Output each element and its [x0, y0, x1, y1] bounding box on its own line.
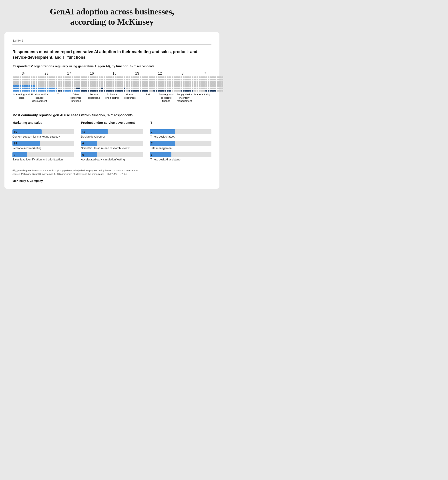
main-card: Exhibit 3 Respondents most often report …: [4, 32, 220, 188]
dot-col-label-wrap-supply_chain: Supply chain/ inventory management: [175, 93, 193, 103]
dot-grid-strategy: [194, 77, 217, 92]
bar-row-0-2: 8: [13, 152, 74, 157]
dot-col-label-wrap-product: Product and/or service development: [30, 93, 49, 103]
bar-value-2-1: 7: [151, 141, 153, 145]
bar-bg-0-1: 15: [13, 141, 74, 146]
bar-row-0-1: 15: [13, 141, 74, 146]
use-case-item-2-1: 7Data management: [150, 141, 211, 150]
dot-col-service_ops: 16: [103, 71, 126, 92]
dot-grid-service_ops: [103, 77, 126, 92]
page-title: GenAI adoption across businesses, accord…: [50, 7, 174, 27]
bar-bg-0-0: 16: [13, 129, 74, 134]
divider: [13, 44, 211, 45]
bar-value-0-2: 8: [14, 153, 15, 156]
dot-grid-software_eng: [126, 77, 149, 92]
use-case-item-1-0: 10Design development: [81, 129, 143, 138]
use-case-desc-0-2: Sales lead identification and prioritiza…: [13, 158, 74, 161]
dot-col-label-wrap-risk: Risk: [139, 93, 157, 103]
dot-col-other_corp: 16: [80, 71, 103, 92]
bar-value-1-1: 6: [82, 141, 84, 145]
brand-label: McKinsey & Company: [13, 179, 211, 183]
dot-col-software_eng: 13: [126, 71, 149, 92]
use-case-desc-2-2: IT help desk AI assistant¹: [150, 158, 211, 161]
use-case-item-2-0: 7IT help desk chatbot: [150, 129, 211, 138]
dot-col-label-it: IT: [56, 93, 59, 103]
dot-col-label-wrap-human_res: Human resources: [121, 93, 139, 103]
subtitle: Respondents most often report generative…: [13, 49, 204, 60]
bar-row-1-0: 10: [81, 129, 143, 134]
dot-col-number-strategy: 7: [204, 71, 206, 76]
bar-value-0-1: 15: [14, 141, 17, 145]
use-case-item-0-1: 15Personalized marketing: [13, 141, 74, 150]
dot-col-label-wrap-manufacturing: Manufacturing: [193, 93, 211, 103]
dot-grid-marketing: [13, 77, 35, 92]
dot-col-label-strategy: Strategy and corporate finance: [157, 93, 175, 103]
dot-col-product: 23: [35, 71, 58, 92]
bar-row-1-1: 6: [81, 141, 143, 146]
bar-bg-1-2: 6: [81, 152, 143, 157]
dot-chart-section-label: Respondents' organizations regularly usi…: [13, 64, 211, 68]
use-cases-section-label: Most commonly reported gen AI use cases …: [13, 109, 211, 117]
dot-col-number-software_eng: 13: [135, 71, 139, 76]
bar-bg-2-0: 7: [150, 129, 211, 134]
dot-chart-labels: Marketing and salesProduct and/or servic…: [13, 93, 211, 103]
use-case-item-2-2: 6IT help desk AI assistant¹: [150, 152, 211, 161]
dot-col-label-wrap-it: IT: [49, 93, 67, 103]
dot-col-number-other_corp: 16: [90, 71, 94, 76]
dot-col-label-service_ops: Service operations: [85, 93, 103, 103]
dot-col-supply_chain: 6: [217, 71, 224, 92]
use-case-desc-1-1: Scientific literature and research revie…: [81, 147, 143, 150]
dot-col-label-wrap-software_eng: Software engineering: [103, 93, 121, 103]
use-case-item-0-2: 8Sales lead identification and prioritiz…: [13, 152, 74, 161]
dot-col-label-human_res: Human resources: [121, 93, 139, 103]
use-case-col-title-2: IT: [150, 121, 211, 124]
dot-col-label-software_eng: Software engineering: [103, 93, 121, 103]
dot-col-number-human_res: 12: [158, 71, 162, 76]
use-case-desc-1-2: Accelerated early simulation/testing: [81, 158, 143, 161]
dot-chart-columns: 342317161613128764: [13, 71, 211, 92]
bar-row-2-1: 7: [150, 141, 211, 146]
bar-row-1-2: 6: [81, 152, 143, 157]
bar-row-0-0: 16: [13, 129, 74, 134]
use-cases-columns: 16Content support for marketing strategy…: [13, 129, 211, 163]
dot-col-label-supply_chain: Supply chain/ inventory management: [175, 93, 193, 103]
use-case-col-title-1: Product and/or service development: [81, 121, 143, 124]
use-case-desc-2-0: IT help desk chatbot: [150, 135, 211, 138]
dot-chart: 342317161613128764 Marketing and salesPr…: [13, 71, 211, 103]
use-case-col-0: 16Content support for marketing strategy…: [13, 129, 74, 163]
use-case-col-title-0: Marketing and sales: [13, 121, 74, 124]
bar-bg-1-0: 10: [81, 129, 143, 134]
use-cases-col-titles: Marketing and salesProduct and/or servic…: [13, 121, 211, 127]
dot-col-label-risk: Risk: [145, 93, 151, 103]
dot-col-label-wrap-service_ops: Service operations: [85, 93, 103, 103]
bar-value-1-0: 10: [82, 130, 85, 134]
dot-col-number-product: 23: [44, 71, 49, 76]
dot-grid-it: [58, 77, 80, 92]
dot-col-number-marketing: 34: [22, 71, 26, 76]
dot-col-label-wrap-marketing: Marketing and sales: [13, 93, 30, 103]
bar-bg-2-2: 6: [150, 152, 211, 157]
dot-grid-product: [35, 77, 58, 92]
dot-col-risk: 8: [171, 71, 194, 92]
use-case-col-2: 7IT help desk chatbot7Data management6IT…: [150, 129, 211, 163]
dot-col-number-service_ops: 16: [113, 71, 116, 76]
bar-fill-2-0: [150, 129, 175, 134]
use-case-desc-0-1: Personalized marketing: [13, 147, 74, 150]
bar-value-2-2: 6: [151, 153, 153, 156]
bar-fill-2-1: [150, 141, 175, 146]
use-case-item-1-1: 6Scientific literature and research revi…: [81, 141, 143, 150]
footnote: ¹Eg, providing real-time assistance and …: [13, 169, 211, 176]
bar-bg-1-1: 6: [81, 141, 143, 146]
dot-col-it: 17: [58, 71, 80, 92]
dot-col-human_res: 12: [149, 71, 171, 92]
exhibit-label: Exhibit 3: [13, 39, 211, 42]
dot-grid-other_corp: [80, 77, 103, 92]
bar-row-2-2: 6: [150, 152, 211, 157]
bar-bg-0-2: 8: [13, 152, 74, 157]
dot-col-label-wrap-other_corp: Other corporate functions: [67, 93, 85, 103]
dot-col-strategy: 7: [194, 71, 217, 92]
use-case-desc-0-0: Content support for marketing strategy: [13, 135, 74, 138]
use-case-desc-2-1: Data management: [150, 147, 211, 150]
bar-bg-2-1: 7: [150, 141, 211, 146]
dot-col-label-marketing: Marketing and sales: [13, 93, 30, 103]
